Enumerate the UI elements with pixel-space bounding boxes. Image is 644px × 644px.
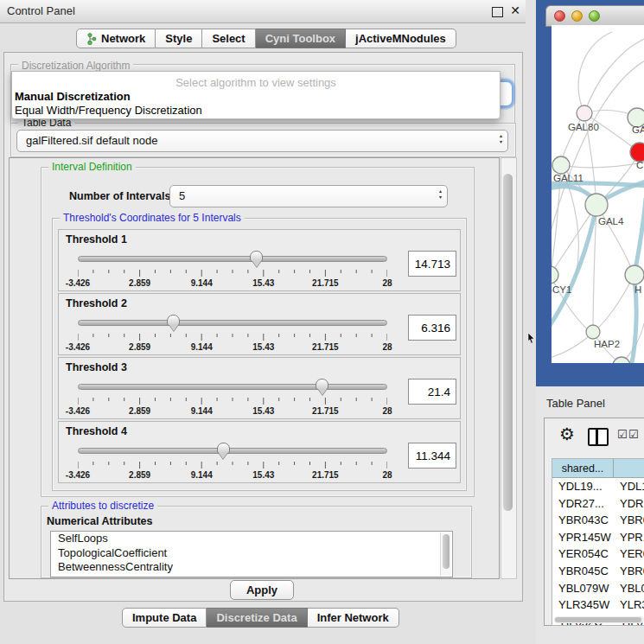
traffic-light-close-icon[interactable] <box>554 10 565 22</box>
split-table-icon[interactable] <box>588 428 609 446</box>
slider-thumb[interactable] <box>167 315 180 326</box>
table-row[interactable]: YDL19...YDL1 <box>552 478 644 495</box>
tab-cyni-toolbox[interactable]: Cyni Toolbox <box>256 29 346 48</box>
apply-button[interactable]: Apply <box>230 580 294 600</box>
float-window-icon[interactable] <box>492 7 503 17</box>
table-header-shared[interactable]: shared... <box>552 459 614 478</box>
slider-tick-labels: -3.4262.8599.14415.4321.71528 <box>78 278 387 289</box>
network-edge[interactable] <box>584 39 644 113</box>
network-tab-icon <box>86 33 97 45</box>
dropdown-hint: Select algorithm to view settings <box>12 76 500 89</box>
numerical-attributes-list[interactable]: SelfLoopsTopologicalCoefficientBetweenne… <box>50 531 453 577</box>
threshold-label: Threshold 1 <box>66 233 127 245</box>
traffic-light-zoom-icon[interactable] <box>589 10 600 22</box>
bottom-tab-discretize-data-label: Discretize Data <box>216 611 296 624</box>
table-cell: YER0 <box>620 545 644 563</box>
tab-network-label: Network <box>101 32 145 45</box>
threshold-label: Threshold 4 <box>66 425 127 437</box>
slider-track[interactable] <box>78 384 387 390</box>
network-node-c[interactable] <box>630 143 644 162</box>
slider-tick-labels: -3.4262.8599.14415.4321.71528 <box>78 406 387 417</box>
threshold-value-field[interactable]: 6.316 <box>408 315 456 341</box>
network-node-hap2[interactable] <box>586 325 600 339</box>
network-node-label: GAL4 <box>598 216 624 226</box>
slider-ticks <box>78 462 387 470</box>
dropdown-option-manual-discretization[interactable]: Manual Discretization <box>15 89 497 103</box>
slider-ticks <box>78 270 387 278</box>
traffic-light-minimize-icon[interactable] <box>571 10 583 22</box>
tab-jactivemnodules[interactable]: jActiveMNodules <box>346 29 456 48</box>
threshold-slider[interactable]: -3.4262.8599.14415.4321.71528 <box>78 315 387 354</box>
table-cell: YDL1 <box>620 478 644 495</box>
network-view-canvas[interactable]: GAL80GACGAL11GAL4GCY1HHAP2 <box>552 25 644 363</box>
table-row[interactable]: YLR345WYLR3 <box>552 596 644 614</box>
slider-thumb[interactable] <box>217 443 230 454</box>
table-row[interactable]: YER054CYER0 <box>552 545 644 563</box>
table-cell: YER054C <box>558 545 609 563</box>
network-node[interactable] <box>613 357 630 363</box>
threshold-value-field[interactable]: 14.713 <box>408 251 456 277</box>
threshold-label: Threshold 3 <box>66 361 127 373</box>
slider-thumb[interactable] <box>316 379 328 390</box>
attribute-item-topologicalcoefficient[interactable]: TopologicalCoefficient <box>51 546 452 561</box>
algorithm-group-title: Discretization Algorithm <box>18 60 133 72</box>
slider-tick-labels: -3.4262.8599.14415.4321.71528 <box>78 342 387 353</box>
main-vertical-scrollbar[interactable] <box>501 157 517 579</box>
table-cell: YBR045C <box>558 563 609 580</box>
network-node-label: C <box>636 160 643 170</box>
table-row[interactable]: YBR043CYBR0 <box>552 512 644 529</box>
tab-select[interactable]: Select <box>202 29 255 48</box>
network-node-h[interactable] <box>625 265 644 284</box>
network-node-gal4[interactable] <box>585 194 608 216</box>
slider-track[interactable] <box>78 320 387 326</box>
threshold-value-field[interactable]: 21.4 <box>408 379 456 405</box>
threshold-label: Threshold 2 <box>66 297 127 309</box>
table-row[interactable]: YPR145WYPR1 <box>552 529 644 546</box>
bottom-tab-discretize-data[interactable]: Discretize Data <box>207 608 307 628</box>
attribute-item-selfloops[interactable]: SelfLoops <box>51 532 452 546</box>
slider-thumb[interactable] <box>250 251 263 262</box>
network-node-gal80[interactable] <box>577 105 592 121</box>
network-edge[interactable] <box>578 32 612 113</box>
numerical-attributes-label: Numerical Attributes <box>47 515 152 527</box>
threshold-slider[interactable]: -3.4262.8599.14415.4321.71528 <box>78 251 387 290</box>
tab-style[interactable]: Style <box>156 29 202 48</box>
table-panel-window: Table Panel ⚙ ☑ ☑ shared...na YDL19...YD… <box>536 386 644 644</box>
threshold-slider[interactable]: -3.4262.8599.14415.4321.71528 <box>78 443 387 482</box>
close-icon[interactable]: ✕ <box>510 3 520 17</box>
slider-track[interactable] <box>78 448 387 454</box>
table-cell: YPR145W <box>558 529 611 546</box>
network-node-gal11[interactable] <box>552 156 570 174</box>
attribute-item-betweennesscentrality[interactable]: BetweennessCentrality <box>51 560 452 575</box>
slider-track[interactable] <box>78 256 387 262</box>
control-panel-titlebar: Control Panel ✕ <box>0 0 526 23</box>
gear-icon[interactable]: ⚙ <box>559 424 575 444</box>
checkbox-icon[interactable]: ☑ <box>617 428 628 441</box>
table-cell: YLR3 <box>620 596 644 614</box>
table-data-combo[interactable]: galFiltered.sif default node ▴▾ <box>16 130 508 152</box>
network-edge[interactable] <box>595 276 634 331</box>
tab-network[interactable]: Network <box>76 29 156 48</box>
dropdown-option-equal-width-frequency[interactable]: Equal Width/Frequency Discretization <box>15 103 497 117</box>
table-row[interactable]: YBL079WYBL0 <box>552 580 644 597</box>
network-node-gcy1[interactable] <box>552 266 558 284</box>
table-cell: YDR2 <box>620 495 644 513</box>
network-edge[interactable] <box>552 333 593 359</box>
table-row[interactable]: YBR045CYBR0 <box>552 563 644 580</box>
checkbox-icon[interactable]: ☑ <box>628 428 639 441</box>
number-of-intervals-combo[interactable]: 5 ▴▾ <box>169 185 448 207</box>
table-header-na[interactable]: na <box>614 459 644 478</box>
attributes-list-scrollbar[interactable] <box>440 532 451 576</box>
node-attribute-table[interactable]: shared...na YDL19...YDL1YDR27...YDR2YBR0… <box>552 458 644 626</box>
table-row[interactable]: YDR27...YDR2 <box>552 495 644 513</box>
threshold-value-field[interactable]: 11.344 <box>408 443 456 469</box>
bottom-tab-impute-data[interactable]: Impute Data <box>122 608 207 628</box>
threshold-row-4: Threshold 4-3.4262.8599.14415.4321.71528… <box>58 421 461 483</box>
network-edge-highlighted[interactable] <box>635 198 644 270</box>
threshold-slider[interactable]: -3.4262.8599.14415.4321.71528 <box>78 379 387 418</box>
slider-tick-labels: -3.4262.8599.14415.4321.71528 <box>78 470 387 481</box>
table-horizontal-scrollbar[interactable] <box>554 616 644 623</box>
bottom-tab-infer-network[interactable]: Infer Network <box>308 608 399 628</box>
tab-jactivemnodules-label: jActiveMNodules <box>355 32 446 45</box>
table-cell: YBR0 <box>620 563 644 580</box>
